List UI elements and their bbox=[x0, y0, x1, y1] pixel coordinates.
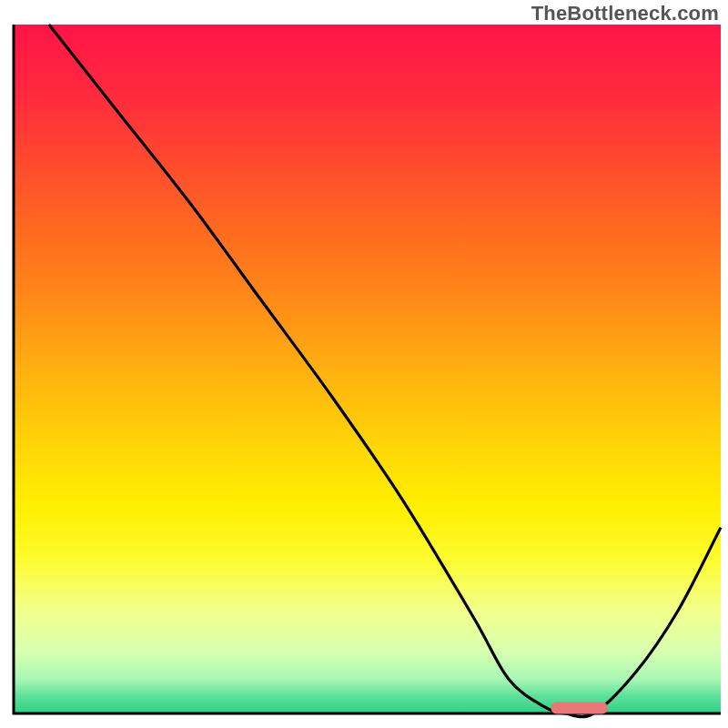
bottleneck-chart: TheBottleneck.com bbox=[0, 0, 728, 728]
optimal-marker bbox=[551, 702, 608, 713]
watermark-text: TheBottleneck.com bbox=[531, 2, 719, 25]
chart-svg bbox=[0, 0, 728, 728]
plot-background bbox=[14, 25, 721, 713]
